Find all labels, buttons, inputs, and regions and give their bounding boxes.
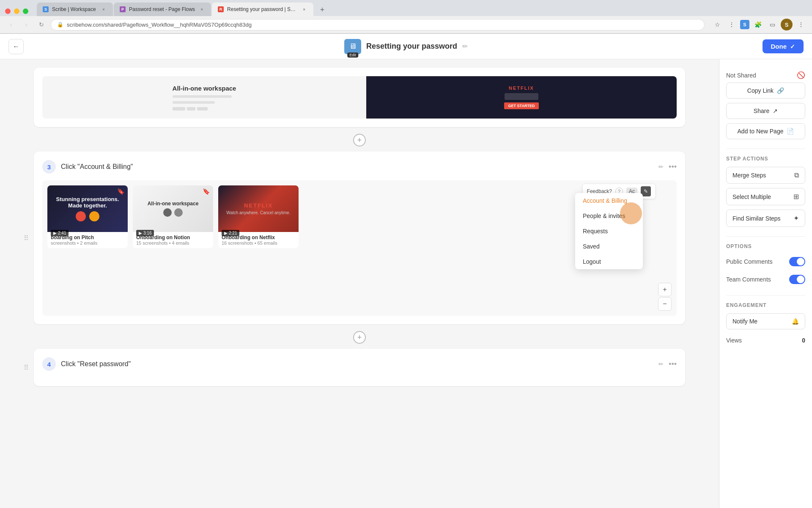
pitch-avatars: [76, 211, 99, 221]
notion-bookmark: 🔖: [203, 188, 210, 195]
window-minimize-btn[interactable]: [14, 8, 19, 14]
share-icon: ↗: [773, 108, 778, 114]
netflix-input: [505, 93, 538, 100]
sidebar-btn[interactable]: ▭: [766, 19, 778, 30]
tab3-close[interactable]: ×: [301, 6, 307, 13]
dropdown-item-logout[interactable]: Logout: [575, 254, 643, 269]
browser-profile-btn[interactable]: S: [781, 19, 793, 30]
bookmark-star-btn[interactable]: ☆: [711, 19, 723, 30]
copy-link-button[interactable]: Copy Link 🔗: [726, 83, 805, 99]
team-comments-toggle[interactable]: [789, 275, 805, 284]
pitch-meta: screenshots • 2 emails: [51, 240, 124, 246]
app-header: ← 🖥 Edit Resetting your password ✏ Done …: [0, 34, 812, 59]
scribe-extension-btn[interactable]: S: [740, 20, 749, 29]
step3-edit-icon[interactable]: ✏: [658, 163, 664, 170]
netflix-play-badge: ▶ 2:21: [222, 230, 239, 236]
find-similar-button[interactable]: Find Similar Steps ✦: [726, 210, 805, 227]
workspace-title: All-in-one workspace: [173, 85, 236, 92]
step-actions-title: STEP ACTIONS: [726, 156, 805, 162]
done-label: Done: [771, 43, 787, 50]
options-title: OPTIONS: [726, 243, 805, 249]
workspace-bar-2: [173, 101, 215, 104]
step4-card: 4 Click "Reset password" ✏ •••: [34, 349, 685, 386]
browser-tab-2[interactable]: P Password reset - Page Flows ×: [114, 3, 211, 16]
drag-handle-3[interactable]: ⠿: [24, 234, 29, 242]
merge-steps-button[interactable]: Merge Steps ⧉: [726, 167, 805, 184]
share-button[interactable]: Share ↗: [726, 103, 805, 119]
merge-steps-label: Merge Steps: [732, 172, 766, 179]
step4-title: Click "Reset password": [61, 360, 653, 368]
step4-container: ⠿ 4 Click "Reset password" ✏ •••: [34, 349, 685, 386]
tab1-favicon: S: [43, 6, 49, 12]
add-step-2[interactable]: +: [34, 331, 685, 344]
team-comments-row: Team Comments: [726, 272, 805, 287]
drag-handle-4[interactable]: ⠿: [24, 364, 29, 372]
nav-forward-btn[interactable]: ›: [20, 19, 32, 30]
step3-card: 3 Click "Account & Billing" ✏ ••• Feedba…: [34, 152, 685, 324]
tab2-close[interactable]: ×: [198, 6, 205, 13]
add-step-1[interactable]: +: [34, 134, 685, 146]
pitch-play-badge: ▶ 2:41: [51, 230, 69, 236]
back-button[interactable]: ←: [8, 39, 24, 54]
add-to-new-page-label: Add to New Page: [738, 128, 784, 135]
browser-tab-3[interactable]: R Resetting your password | Scri... ×: [212, 3, 313, 16]
netflix-logo: NETFLIX: [509, 86, 534, 91]
page-title: Resetting your password: [366, 42, 457, 51]
not-shared-label: Not Shared: [726, 72, 756, 79]
browser-tab-1[interactable]: S Scribe | Workspace ×: [37, 3, 113, 16]
step3-screenshot: Feedback? ? Ac ✎ Account & Billing Peo: [42, 180, 677, 316]
scribe-icon-glyph: 🖥: [349, 42, 357, 51]
nav-back-btn[interactable]: ‹: [5, 19, 17, 30]
dropdown-item-requests[interactable]: Requests: [575, 224, 643, 239]
video-card-pitch[interactable]: Stunning presentations.Made together. ▶ …: [47, 185, 128, 248]
step4-edit-icon[interactable]: ✏: [658, 361, 664, 367]
step4-menu[interactable]: •••: [669, 360, 677, 369]
netflix-thumb-sub: Watch anywhere. Cancel anytime.: [226, 210, 290, 215]
zoom-in-btn[interactable]: +: [658, 283, 672, 296]
scribe-icon: 🖥: [344, 39, 361, 54]
tab1-close[interactable]: ×: [100, 6, 107, 13]
divider-1: [726, 149, 805, 149]
divider-3: [726, 295, 805, 295]
select-multiple-button[interactable]: Select Multiple ⊞: [726, 188, 805, 205]
tab2-favicon: P: [120, 6, 126, 12]
notify-me-label: Notify Me: [732, 318, 757, 325]
merge-icon: ⧉: [794, 171, 799, 179]
public-comments-row: Public Comments: [726, 254, 805, 269]
browser-settings-btn[interactable]: ⋮: [726, 19, 738, 30]
not-shared-icon: 🚫: [797, 71, 805, 79]
views-row: Views 0: [726, 334, 805, 346]
new-tab-btn[interactable]: +: [316, 3, 329, 16]
dropdown-item-saved[interactable]: Saved: [575, 239, 643, 254]
step3-menu[interactable]: •••: [669, 163, 677, 171]
video-card-notion[interactable]: All-in-one workspace ▶ 3:16 🔖: [133, 185, 213, 248]
tab1-label: Scribe | Workspace: [52, 6, 97, 12]
title-edit-icon[interactable]: ✏: [462, 42, 468, 50]
video-card-netflix[interactable]: NETFLIX Watch anywhere. Cancel anytime. …: [218, 185, 299, 248]
pitch-bookmark: 🔖: [117, 188, 124, 195]
window-close-btn[interactable]: [5, 8, 11, 14]
workspace-nav: [173, 107, 236, 110]
extensions-btn[interactable]: 🧩: [752, 19, 764, 30]
netflix-thumb-logo: NETFLIX: [244, 202, 273, 209]
public-comments-toggle[interactable]: [789, 257, 805, 266]
zoom-out-btn[interactable]: −: [658, 297, 672, 311]
step4-number: 4: [42, 357, 56, 371]
notion-text: All-in-one workspace: [148, 201, 199, 207]
url-text: scribehow.com/shared/Pageflows_Workflow_…: [67, 22, 252, 28]
team-comments-label: Team Comments: [726, 276, 771, 283]
browser-menu-btn[interactable]: ⋮: [795, 19, 807, 30]
content-area: All-in-one workspace: [0, 59, 812, 508]
notion-thumb: All-in-one workspace: [133, 185, 213, 232]
pitch-thumb: Stunning presentations.Made together.: [47, 185, 128, 232]
main-content: All-in-one workspace: [0, 59, 719, 508]
window-maximize-btn[interactable]: [23, 8, 28, 14]
address-bar[interactable]: 🔒 scribehow.com/shared/Pageflows_Workflo…: [51, 19, 705, 30]
nav-refresh-btn[interactable]: ↻: [36, 19, 47, 30]
add-to-new-page-button[interactable]: Add to New Page 📄: [726, 123, 805, 139]
add-step-icon-2: +: [353, 331, 366, 344]
notion-people: [163, 208, 183, 217]
notify-me-button[interactable]: Notify Me 🔔: [726, 313, 805, 329]
done-button[interactable]: Done ✓: [763, 39, 804, 53]
notion-play-badge: ▶ 3:16: [136, 230, 154, 236]
